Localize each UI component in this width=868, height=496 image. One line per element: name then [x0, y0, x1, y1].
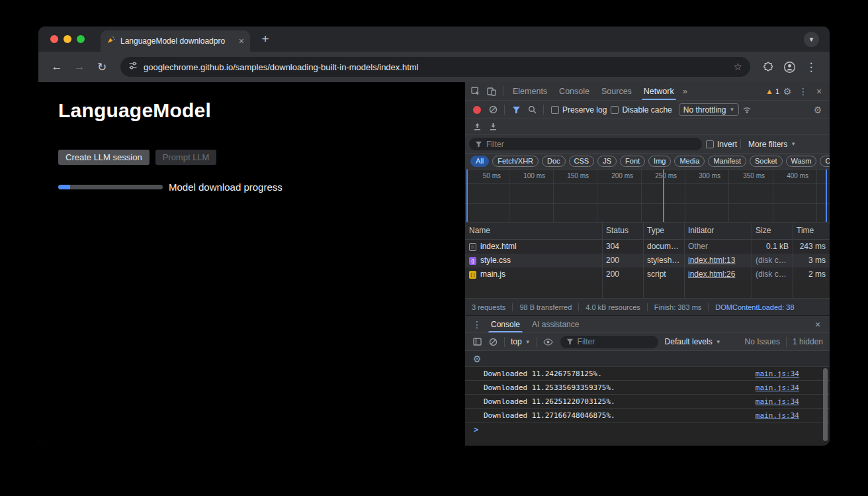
device-toolbar-icon[interactable] — [484, 84, 499, 99]
export-har-icon[interactable] — [485, 120, 501, 134]
console-sidebar-icon[interactable] — [469, 334, 485, 349]
live-expression-eye-icon[interactable] — [541, 334, 556, 349]
filter-chip-fetch-xhr[interactable]: Fetch/XHR — [492, 156, 539, 167]
drawer-tab-console[interactable]: Console — [485, 316, 526, 332]
devtools-tab-sources[interactable]: Sources — [595, 82, 638, 100]
devtools-tab-console[interactable]: Console — [553, 82, 595, 100]
filter-chip-manifest[interactable]: Manifest — [708, 156, 746, 167]
throttling-select[interactable]: No throttling ▼ — [679, 103, 740, 116]
new-tab-button[interactable]: + — [257, 30, 274, 48]
issues-counter[interactable]: No Issues — [742, 337, 783, 346]
network-settings-gear-icon[interactable]: ⚙ — [810, 103, 826, 117]
create-llm-session-button[interactable]: Create LLM session — [58, 150, 150, 165]
more-tabs-icon[interactable]: » — [680, 86, 690, 96]
dcl-time: DOMContentLoaded: 38 — [708, 303, 794, 311]
network-conditions-icon[interactable] — [739, 103, 755, 117]
reload-button[interactable]: ↻ — [93, 58, 111, 76]
drawer-menu-icon[interactable]: ⋮ — [469, 317, 485, 332]
filter-chip-img[interactable]: Img — [648, 156, 671, 167]
clear-network-log-icon[interactable] — [485, 103, 501, 117]
console-message[interactable]: Downloaded 11.27166748046875%. main.js:3… — [465, 408, 830, 422]
tab-close-icon[interactable]: × — [239, 36, 244, 46]
devtools-settings-gear-icon[interactable]: ⚙ — [779, 84, 795, 99]
filter-chip-doc[interactable]: Doc — [542, 156, 566, 167]
url-text[interactable]: googlechrome.github.io/samples/downloadi… — [144, 62, 419, 72]
forward-button[interactable]: → — [70, 58, 89, 76]
browser-menu-icon[interactable]: ⋮ — [802, 58, 820, 76]
network-request-row[interactable]: {}style.css 200 stylesh… index.html:13 (… — [465, 254, 830, 268]
devtools-menu-icon[interactable]: ⋮ — [795, 84, 811, 99]
initiator-link[interactable]: index.html:26 — [688, 270, 735, 279]
devtools-tab-network[interactable]: Network — [638, 82, 680, 100]
console-message[interactable]: Downloaded 11.25335693359375%. main.js:3… — [465, 380, 830, 394]
hidden-messages-count[interactable]: 1 hidden — [790, 337, 826, 346]
filter-chip-socket[interactable]: Socket — [750, 156, 783, 167]
source-link[interactable]: main.js:34 — [756, 383, 799, 392]
drawer-close-icon[interactable]: × — [810, 317, 826, 332]
source-link[interactable]: main.js:34 — [756, 370, 799, 378]
back-button[interactable]: ← — [48, 58, 66, 76]
preserve-log-checkbox[interactable]: Preserve log — [551, 105, 607, 115]
log-levels-select[interactable]: Default levels ▼ — [665, 337, 721, 346]
filter-toggle-icon[interactable] — [508, 103, 524, 117]
clear-console-icon[interactable] — [485, 334, 501, 349]
table-header-row[interactable]: Name Status Type Initiator Size Time — [465, 223, 830, 240]
filter-chip-media[interactable]: Media — [674, 156, 705, 167]
address-bar[interactable]: googlechrome.github.io/samples/downloadi… — [120, 57, 750, 77]
filter-chip-wasm[interactable]: Wasm — [786, 156, 817, 167]
disable-cache-checkbox[interactable]: Disable cache — [611, 105, 672, 115]
console-message[interactable]: Downloaded 11.24267578125%. main.js:34 — [465, 366, 830, 380]
column-header-name[interactable]: Name — [465, 223, 602, 239]
network-filter-input[interactable]: Filter — [469, 138, 702, 150]
filter-chip-css[interactable]: CSS — [569, 156, 595, 167]
console-message[interactable]: Downloaded 11.26251220703125%. main.js:3… — [465, 394, 830, 408]
site-settings-icon[interactable] — [128, 61, 138, 73]
column-header-time[interactable]: Time — [793, 223, 830, 239]
network-request-row[interactable]: ( )main.js 200 script index.html:26 (dis… — [465, 268, 830, 281]
close-window-button[interactable] — [50, 35, 58, 43]
drawer-tab-ai-assistance[interactable]: AI assistance — [526, 316, 585, 332]
source-link[interactable]: main.js:34 — [756, 411, 799, 420]
source-link[interactable]: main.js:34 — [756, 397, 799, 406]
extensions-puzzle-icon[interactable] — [760, 58, 777, 75]
zoom-window-button[interactable] — [77, 35, 85, 43]
console-prompt[interactable]: > — [465, 422, 830, 436]
devtools-tab-elements[interactable]: Elements — [507, 82, 553, 100]
tab-search-chevron-icon[interactable]: ▼ — [804, 32, 819, 47]
profile-avatar-icon[interactable] — [781, 58, 798, 75]
console-settings-gear-icon[interactable]: ⚙ — [469, 352, 485, 366]
import-har-icon[interactable] — [469, 120, 485, 134]
devtools-close-icon[interactable]: × — [811, 84, 827, 99]
initiator-link[interactable]: index.html:13 — [688, 256, 735, 265]
timeline-tick: 100 ms — [511, 172, 545, 179]
minimize-window-button[interactable] — [64, 35, 71, 43]
network-overview-timeline[interactable]: 50 ms 100 ms 150 ms 200 ms 250 ms 300 ms… — [465, 170, 830, 223]
console-scrollbar[interactable] — [823, 368, 828, 441]
network-request-row[interactable]: index.html 304 docum… Other 0.1 kB 243 m… — [465, 240, 830, 254]
filter-chip-font[interactable]: Font — [620, 156, 645, 167]
prompt-llm-button[interactable]: Prompt LLM — [155, 150, 217, 165]
console-context-select[interactable]: top ▼ — [508, 337, 533, 346]
column-header-status[interactable]: Status — [602, 223, 643, 239]
funnel-icon — [475, 141, 482, 148]
page-buttons: Create LLM session Prompt LLM — [58, 150, 465, 165]
inspect-element-icon[interactable] — [468, 84, 484, 99]
column-header-type[interactable]: Type — [643, 223, 684, 239]
filter-chip-all[interactable]: All — [470, 156, 489, 167]
document-file-icon — [469, 243, 476, 251]
network-toolbar: Preserve log Disable cache No throttling… — [465, 101, 830, 119]
invert-checkbox[interactable]: Invert — [706, 140, 737, 149]
filter-chip-other[interactable]: Other — [820, 156, 830, 167]
console-filter-input[interactable]: Filter — [560, 336, 658, 348]
browser-tab[interactable]: LanguageModel downloadpro × — [101, 30, 250, 52]
column-header-initiator[interactable]: Initiator — [684, 223, 752, 239]
network-search-icon[interactable] — [524, 103, 540, 117]
column-header-size[interactable]: Size — [752, 223, 793, 239]
record-network-log-button[interactable] — [473, 106, 481, 114]
warnings-badge[interactable]: ▲ 1 — [765, 87, 779, 96]
bookmark-star-icon[interactable]: ☆ — [734, 61, 742, 73]
message-text: Downloaded 11.25335693359375%. — [484, 383, 615, 392]
more-filters-button[interactable]: More filters ▼ — [744, 140, 800, 149]
timeline-tick: 400 ms — [774, 172, 808, 179]
filter-chip-js[interactable]: JS — [597, 156, 617, 167]
